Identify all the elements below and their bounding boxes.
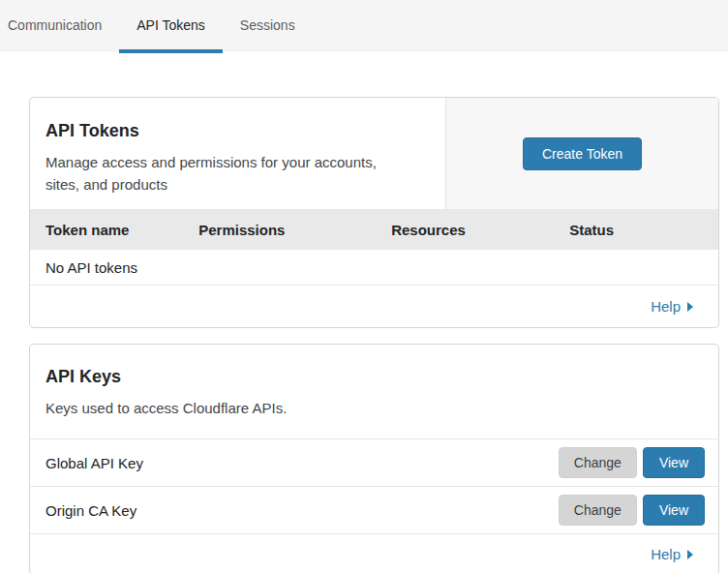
key-row-label: Global API Key [46,455,143,471]
tokens-empty-row: No API tokens [30,250,718,286]
column-header-permissions: Permissions [198,222,391,238]
help-link-label: Help [651,546,681,562]
tab-api-tokens[interactable]: API Tokens [119,0,223,50]
column-header-resources: Resources [391,222,569,238]
tokens-table-header: Token name Permissions Resources Status [30,209,718,250]
api-tokens-help-link[interactable]: Help [651,298,693,315]
api-tokens-card-header-text: API Tokens Manage access and permissions… [30,98,446,209]
help-link-label: Help [651,298,681,315]
caret-right-icon [687,302,693,312]
api-tokens-description: Manage access and permissions for your a… [46,151,399,196]
api-tokens-card-header: API Tokens Manage access and permissions… [30,98,718,209]
key-row-actions: Change View [559,495,705,526]
api-tokens-title: API Tokens [46,121,430,141]
api-keys-card: API Keys Keys used to access Cloudflare … [29,344,719,573]
caret-right-icon [687,550,693,559]
tab-communication[interactable]: Communication [0,0,119,50]
api-keys-help-link[interactable]: Help [651,546,693,562]
create-token-button[interactable]: Create Token [523,137,642,170]
api-tokens-card-header-action-panel: Create Token [446,98,718,209]
table-row-origin-ca-key: Origin CA Key Change View [30,486,718,533]
table-row-global-api-key: Global API Key Change View [30,438,718,486]
column-header-token-name: Token name [46,222,198,238]
column-header-status: Status [569,222,703,238]
api-keys-description: Keys used to access Cloudflare APIs. [46,397,399,419]
change-global-api-key-button[interactable]: Change [559,447,637,478]
view-origin-ca-key-button[interactable]: View [643,495,705,526]
tokens-empty-message: No API tokens [46,259,137,276]
tab-bar: Communication API Tokens Sessions [0,0,728,51]
api-tokens-card-footer: Help [30,286,718,327]
api-keys-card-header: API Keys Keys used to access Cloudflare … [30,345,718,438]
key-row-label: Origin CA Key [46,502,136,519]
tab-sessions[interactable]: Sessions [223,0,313,50]
api-keys-card-footer: Help [30,533,718,573]
api-tokens-card: API Tokens Manage access and permissions… [29,97,719,328]
change-origin-ca-key-button[interactable]: Change [559,495,637,526]
view-global-api-key-button[interactable]: View [643,447,705,478]
key-row-actions: Change View [559,447,705,478]
api-keys-title: API Keys [46,367,703,387]
main-content: API Tokens Manage access and permissions… [0,51,728,573]
